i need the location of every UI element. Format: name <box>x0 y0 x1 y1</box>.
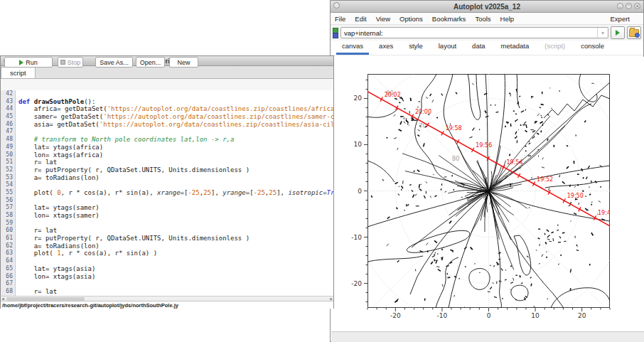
code-line[interactable]: asia= getDataSet('https://autoplot.org/d… <box>18 121 333 129</box>
time-tick-label: 19:54 <box>506 159 522 166</box>
coastline-speckle <box>510 289 511 290</box>
code-line[interactable]: a= toRadians(lon) <box>18 242 333 250</box>
open-button[interactable]: Open... <box>136 57 165 68</box>
save-as-button[interactable]: Save As... <box>95 57 133 68</box>
tab-script[interactable]: script <box>1 67 36 78</box>
line-number: 57 <box>1 204 13 212</box>
line-number: 56 <box>1 197 13 205</box>
new-button[interactable]: New <box>169 57 198 68</box>
code-line[interactable] <box>18 257 333 265</box>
close-icon[interactable]: ✕ <box>634 3 640 9</box>
code-line[interactable]: samer= getDataSet('https://autoplot.org/… <box>18 113 333 121</box>
coastline-speckle <box>479 129 480 131</box>
code-line[interactable]: lat= ytags(africa) <box>18 144 333 151</box>
run-icon <box>19 60 23 65</box>
code-line[interactable] <box>18 90 333 98</box>
code-line[interactable]: r= lat <box>18 159 333 166</box>
coastline-speckle <box>557 225 558 225</box>
coastline-speckle <box>577 185 579 186</box>
code-line[interactable]: a= toRadians(lon) <box>18 174 333 182</box>
coastline-speckle <box>531 284 532 287</box>
run-button[interactable]: Run <box>4 57 53 68</box>
tab-data[interactable]: data <box>466 40 491 55</box>
menu-file[interactable]: File <box>335 15 345 23</box>
uri-combobox[interactable]: vap+internal: ▾ <box>340 27 608 38</box>
coastline-speckle <box>498 259 500 260</box>
code-line[interactable] <box>18 280 333 288</box>
coastline-speckle <box>585 196 586 197</box>
coastline-speckle <box>447 273 448 274</box>
open-file-button[interactable] <box>627 26 641 39</box>
menu-options[interactable]: Options <box>399 15 423 23</box>
window-menu-icon[interactable] <box>333 2 340 9</box>
code-line[interactable]: plot( 1, r * cos(a), r* sin(a) ) <box>18 250 333 257</box>
code-line[interactable] <box>18 128 333 136</box>
script-editor-window: script script Run Stop Save As... Open..… <box>0 55 334 309</box>
line-number: 53 <box>1 174 13 182</box>
coastline-speckle <box>517 104 519 105</box>
code-line[interactable]: lon= xtags(africa) <box>18 151 333 159</box>
tab-canvas[interactable]: canvas <box>336 40 369 55</box>
menu-bar: FileEditViewOptionsBookmarksToolsHelpExp… <box>331 13 643 25</box>
code-line[interactable]: def drawSouthPole(): <box>18 98 333 106</box>
tab-style[interactable]: style <box>403 40 429 55</box>
coastline-speckle <box>490 265 490 266</box>
line-number: 62 <box>1 242 13 250</box>
code-line[interactable]: r= putProperty( r, QDataSet.UNITS, Units… <box>18 235 333 242</box>
menu-view[interactable]: View <box>376 15 390 23</box>
chevron-down-icon[interactable]: ▾ <box>597 28 608 38</box>
menu-tools[interactable]: Tools <box>475 15 490 23</box>
canvas-panel[interactable]: 80706020:0220:0019:5819:5619:5419:5219:5… <box>331 57 644 331</box>
tab-layout[interactable]: layout <box>433 40 462 55</box>
menu-edit[interactable]: Edit <box>355 15 366 23</box>
autoplot-window-title: Autoplot v2025a_12 <box>454 3 520 11</box>
code-line[interactable] <box>18 220 333 228</box>
code-line[interactable]: lat= ytags(samer) <box>18 204 333 212</box>
coastline-speckle <box>510 183 511 187</box>
code-line[interactable]: lat= ytags(asia) <box>18 265 333 273</box>
autoplot-titlebar[interactable]: Autoplot v2025a_12 ⌄ ⌃ ✕ <box>331 1 643 13</box>
code-line[interactable]: r= putProperty( r, QDataSet.UNITS, Units… <box>18 166 333 174</box>
coastline-speckle <box>409 185 412 186</box>
maximize-icon[interactable]: ⌃ <box>626 3 632 9</box>
code-text[interactable]: def drawSouthPole(): africa= getDataSet(… <box>16 90 333 296</box>
code-line[interactable]: lon= xtags(samer) <box>18 212 333 220</box>
line-number: 46 <box>1 121 13 129</box>
stop-button[interactable]: Stop <box>58 57 83 68</box>
line-number: 55 <box>1 189 13 197</box>
code-line[interactable] <box>18 197 333 205</box>
coastline-speckle <box>433 174 434 175</box>
code-line[interactable] <box>18 181 333 189</box>
code-editor[interactable]: 4243444546474849505152535455565758596061… <box>1 90 333 296</box>
tab-metadata[interactable]: metadata <box>495 40 535 55</box>
code-line[interactable]: plot( 0, r * cos(a), r* sin(a), xrange=[… <box>18 189 333 197</box>
minimize-icon[interactable]: ⌄ <box>617 3 623 9</box>
code-line[interactable]: r= lat <box>18 227 333 235</box>
y-tick-label: 20 <box>354 95 363 102</box>
plot-svg[interactable]: 80706020:0220:0019:5819:5619:5419:5219:5… <box>331 57 644 331</box>
coastline-speckle <box>452 175 453 176</box>
menu-help[interactable]: Help <box>500 15 515 23</box>
coastline-speckle <box>454 189 454 191</box>
line-number: 52 <box>1 166 13 174</box>
menu-bookmarks[interactable]: Bookmarks <box>432 15 466 23</box>
tab-axes[interactable]: axes <box>373 40 399 55</box>
code-line[interactable]: africa= getDataSet('https://autoplot.org… <box>18 105 333 113</box>
coastline-speckle <box>488 292 490 292</box>
coastline-speckle <box>442 249 443 250</box>
code-line[interactable]: lon= xtags(asia) <box>18 273 333 281</box>
code-line[interactable]: r= lat <box>18 288 333 296</box>
line-number: 48 <box>1 136 13 144</box>
go-button[interactable] <box>611 26 625 39</box>
coastline-speckle <box>454 296 455 296</box>
coastline-speckle <box>523 124 525 125</box>
coastline-speckle <box>570 288 571 291</box>
line-number: 43 <box>1 98 13 106</box>
horizontal-scrollbar[interactable]: ◀ ▶ <box>1 296 333 301</box>
plot-area[interactable]: 80706020:0220:0019:5819:5619:5419:5219:5… <box>331 57 644 331</box>
coastline-speckle <box>589 187 589 188</box>
expert-toggle[interactable]: Expert <box>611 15 630 23</box>
coastline-speckle <box>481 314 481 315</box>
code-line[interactable]: # transform to North pole coordinates la… <box>18 136 333 144</box>
tab-console[interactable]: console <box>575 40 610 55</box>
